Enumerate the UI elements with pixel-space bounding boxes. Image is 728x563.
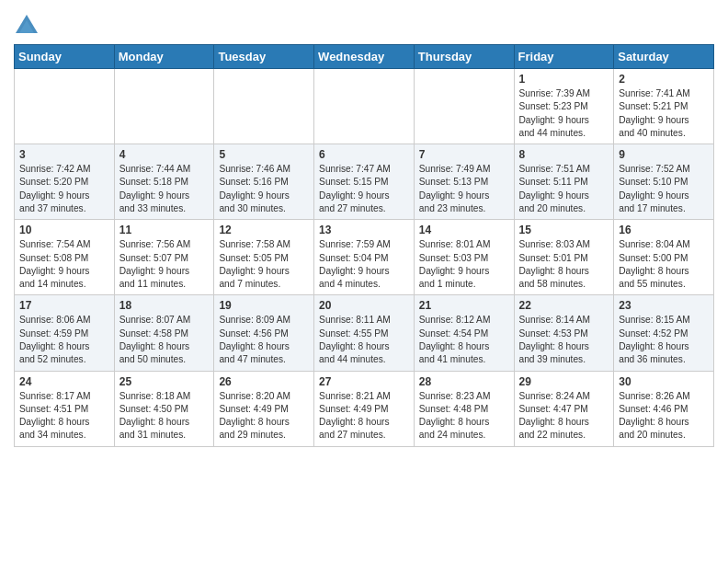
day-number: 28: [419, 375, 509, 388]
calendar-cell: 7Sunrise: 7:49 AM Sunset: 5:13 PM Daylig…: [414, 144, 514, 220]
day-number: 10: [19, 224, 109, 236]
day-info: Sunrise: 8:14 AM Sunset: 4:53 PM Dayligh…: [519, 314, 609, 366]
day-number: 24: [19, 375, 109, 388]
day-number: 8: [519, 148, 609, 161]
day-info: Sunrise: 7:39 AM Sunset: 5:23 PM Dayligh…: [519, 87, 609, 140]
weekday-header-sunday: Sunday: [15, 45, 115, 69]
calendar-cell: 21Sunrise: 8:12 AM Sunset: 4:54 PM Dayli…: [414, 295, 514, 371]
day-number: 23: [619, 299, 709, 312]
calendar-cell: 13Sunrise: 7:59 AM Sunset: 5:04 PM Dayli…: [314, 220, 415, 295]
day-number: 19: [219, 299, 309, 312]
calendar-cell: 5Sunrise: 7:46 AM Sunset: 5:16 PM Daylig…: [214, 144, 314, 220]
day-info: Sunrise: 8:09 AM Sunset: 4:56 PM Dayligh…: [219, 314, 309, 366]
day-info: Sunrise: 8:06 AM Sunset: 4:59 PM Dayligh…: [19, 314, 109, 366]
calendar-cell: 19Sunrise: 8:09 AM Sunset: 4:56 PM Dayli…: [214, 295, 314, 371]
day-number: 9: [619, 148, 709, 161]
day-info: Sunrise: 8:20 AM Sunset: 4:49 PM Dayligh…: [219, 390, 309, 442]
calendar-cell: [314, 69, 415, 144]
day-number: 5: [219, 148, 309, 161]
weekday-header-friday: Friday: [514, 45, 614, 69]
day-info: Sunrise: 7:47 AM Sunset: 5:15 PM Dayligh…: [319, 163, 409, 215]
day-number: 26: [219, 375, 309, 388]
day-number: 30: [619, 375, 709, 388]
day-info: Sunrise: 7:59 AM Sunset: 5:04 PM Dayligh…: [319, 238, 409, 291]
calendar-week-5: 24Sunrise: 8:17 AM Sunset: 4:51 PM Dayli…: [15, 371, 714, 446]
calendar-cell: 8Sunrise: 7:51 AM Sunset: 5:11 PM Daylig…: [514, 144, 614, 220]
day-number: 7: [419, 148, 509, 161]
day-info: Sunrise: 7:42 AM Sunset: 5:20 PM Dayligh…: [19, 163, 109, 215]
calendar-table: SundayMondayTuesdayWednesdayThursdayFrid…: [14, 44, 714, 447]
day-info: Sunrise: 7:54 AM Sunset: 5:08 PM Dayligh…: [19, 238, 109, 291]
day-info: Sunrise: 8:18 AM Sunset: 4:50 PM Dayligh…: [119, 390, 210, 442]
calendar-cell: 9Sunrise: 7:52 AM Sunset: 5:10 PM Daylig…: [614, 144, 714, 220]
calendar-cell: 22Sunrise: 8:14 AM Sunset: 4:53 PM Dayli…: [514, 295, 614, 371]
calendar-cell: 16Sunrise: 8:04 AM Sunset: 5:00 PM Dayli…: [614, 220, 714, 295]
day-number: 1: [519, 73, 609, 86]
calendar-cell: 2Sunrise: 7:41 AM Sunset: 5:21 PM Daylig…: [614, 69, 714, 144]
day-info: Sunrise: 8:15 AM Sunset: 4:52 PM Dayligh…: [619, 314, 709, 366]
calendar-week-4: 17Sunrise: 8:06 AM Sunset: 4:59 PM Dayli…: [15, 295, 714, 371]
calendar-cell: 3Sunrise: 7:42 AM Sunset: 5:20 PM Daylig…: [15, 144, 115, 220]
day-info: Sunrise: 8:03 AM Sunset: 5:01 PM Dayligh…: [519, 238, 609, 291]
calendar-cell: 24Sunrise: 8:17 AM Sunset: 4:51 PM Dayli…: [15, 371, 115, 446]
logo: [14, 13, 41, 39]
day-info: Sunrise: 8:21 AM Sunset: 4:49 PM Dayligh…: [319, 390, 409, 442]
calendar-cell: 1Sunrise: 7:39 AM Sunset: 5:23 PM Daylig…: [514, 69, 614, 144]
day-number: 14: [419, 224, 509, 236]
day-number: 29: [519, 375, 609, 388]
day-info: Sunrise: 8:01 AM Sunset: 5:03 PM Dayligh…: [419, 238, 509, 291]
calendar-week-2: 3Sunrise: 7:42 AM Sunset: 5:20 PM Daylig…: [15, 144, 714, 220]
day-number: 2: [619, 73, 709, 86]
day-info: Sunrise: 8:24 AM Sunset: 4:47 PM Dayligh…: [519, 390, 609, 442]
calendar-cell: 11Sunrise: 7:56 AM Sunset: 5:07 PM Dayli…: [114, 220, 214, 295]
day-number: 15: [519, 224, 609, 236]
calendar-cell: [15, 69, 115, 144]
calendar-cell: 28Sunrise: 8:23 AM Sunset: 4:48 PM Dayli…: [414, 371, 514, 446]
calendar-cell: 23Sunrise: 8:15 AM Sunset: 4:52 PM Dayli…: [614, 295, 714, 371]
day-info: Sunrise: 8:23 AM Sunset: 4:48 PM Dayligh…: [419, 390, 509, 442]
day-number: 17: [19, 299, 109, 312]
logo-icon: [14, 13, 40, 39]
weekday-header-wednesday: Wednesday: [314, 45, 415, 69]
weekday-header-thursday: Thursday: [414, 45, 514, 69]
calendar-cell: 4Sunrise: 7:44 AM Sunset: 5:18 PM Daylig…: [114, 144, 214, 220]
weekday-header-monday: Monday: [114, 45, 214, 69]
day-info: Sunrise: 8:26 AM Sunset: 4:46 PM Dayligh…: [619, 390, 709, 442]
day-number: 20: [319, 299, 409, 312]
weekday-header-saturday: Saturday: [614, 45, 714, 69]
day-info: Sunrise: 8:17 AM Sunset: 4:51 PM Dayligh…: [19, 390, 109, 442]
calendar-week-1: 1Sunrise: 7:39 AM Sunset: 5:23 PM Daylig…: [15, 69, 714, 144]
day-number: 3: [19, 148, 109, 161]
day-info: Sunrise: 7:52 AM Sunset: 5:10 PM Dayligh…: [619, 163, 709, 215]
calendar-week-3: 10Sunrise: 7:54 AM Sunset: 5:08 PM Dayli…: [15, 220, 714, 295]
day-number: 6: [319, 148, 409, 161]
calendar-cell: 27Sunrise: 8:21 AM Sunset: 4:49 PM Dayli…: [314, 371, 415, 446]
day-number: 25: [119, 375, 210, 388]
page: SundayMondayTuesdayWednesdayThursdayFrid…: [0, 0, 728, 456]
calendar-cell: [214, 69, 314, 144]
day-info: Sunrise: 8:04 AM Sunset: 5:00 PM Dayligh…: [619, 238, 709, 291]
day-number: 13: [319, 224, 409, 236]
day-info: Sunrise: 8:11 AM Sunset: 4:55 PM Dayligh…: [319, 314, 409, 366]
calendar-cell: 25Sunrise: 8:18 AM Sunset: 4:50 PM Dayli…: [114, 371, 214, 446]
calendar-cell: 29Sunrise: 8:24 AM Sunset: 4:47 PM Dayli…: [514, 371, 614, 446]
day-number: 12: [219, 224, 309, 236]
day-number: 21: [419, 299, 509, 312]
header: [14, 9, 714, 39]
day-number: 27: [319, 375, 409, 388]
day-info: Sunrise: 7:41 AM Sunset: 5:21 PM Dayligh…: [619, 87, 709, 140]
day-info: Sunrise: 8:07 AM Sunset: 4:58 PM Dayligh…: [119, 314, 210, 366]
day-info: Sunrise: 7:49 AM Sunset: 5:13 PM Dayligh…: [419, 163, 509, 215]
day-info: Sunrise: 8:12 AM Sunset: 4:54 PM Dayligh…: [419, 314, 509, 366]
calendar-cell: [414, 69, 514, 144]
calendar-cell: 30Sunrise: 8:26 AM Sunset: 4:46 PM Dayli…: [614, 371, 714, 446]
calendar-cell: 10Sunrise: 7:54 AM Sunset: 5:08 PM Dayli…: [15, 220, 115, 295]
calendar-cell: 14Sunrise: 8:01 AM Sunset: 5:03 PM Dayli…: [414, 220, 514, 295]
day-number: 22: [519, 299, 609, 312]
day-info: Sunrise: 7:51 AM Sunset: 5:11 PM Dayligh…: [519, 163, 609, 215]
weekday-header-tuesday: Tuesday: [214, 45, 314, 69]
calendar-cell: 15Sunrise: 8:03 AM Sunset: 5:01 PM Dayli…: [514, 220, 614, 295]
calendar-cell: 12Sunrise: 7:58 AM Sunset: 5:05 PM Dayli…: [214, 220, 314, 295]
weekday-header-row: SundayMondayTuesdayWednesdayThursdayFrid…: [15, 45, 714, 69]
day-number: 4: [119, 148, 210, 161]
